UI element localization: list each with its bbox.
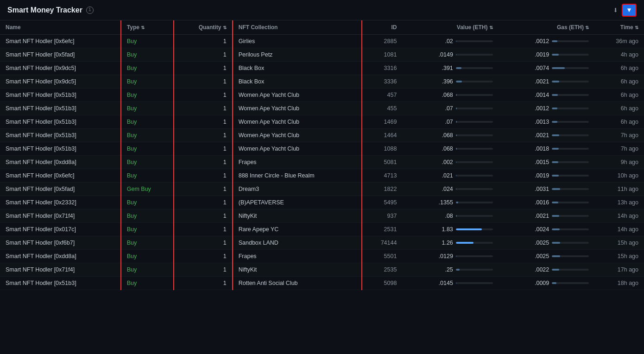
table-row: Smart NFT Hodler [0x9dc5] Buy 1 Black Bo… [0, 75, 644, 88]
cell-nft: Frapes [233, 250, 362, 263]
filter-button[interactable]: ▼ [622, 4, 637, 17]
cell-quantity: 1 [174, 35, 232, 48]
info-icon[interactable]: i [86, 6, 94, 14]
cell-time: 11h ago [594, 183, 644, 196]
table-row: Smart NFT Hodler [0x6efc] Buy 1 888 Inne… [0, 169, 644, 183]
cell-gas: .0021 [499, 209, 594, 223]
download-icon[interactable]: ⬇ [613, 5, 618, 15]
cell-type: Buy [121, 88, 174, 102]
table-row: Smart NFT Hodler [0x51b3] Buy 1 Women Ap… [0, 129, 644, 142]
cell-gas: .0013 [499, 115, 594, 129]
col-header-value[interactable]: Value (ETH) ⇅ [402, 20, 498, 35]
cell-id: 457 [362, 88, 403, 102]
table-row: Smart NFT Hodler [0x51b3] Buy 1 Women Ap… [0, 142, 644, 156]
cell-time: 6h ago [594, 88, 644, 102]
cell-name: Smart NFT Hodler [0xdd8a] [0, 156, 121, 169]
cell-quantity: 1 [174, 277, 232, 290]
cell-type: Buy [121, 115, 174, 129]
cell-time: 7h ago [594, 142, 644, 156]
cell-time: 7h ago [594, 129, 644, 142]
cell-gas: .0022 [499, 263, 594, 277]
cell-type: Buy [121, 62, 174, 75]
cell-time: 6h ago [594, 115, 644, 129]
table-container: Name Type ⇅ Quantity ⇅ NFT Collection ID [0, 20, 644, 354]
col-header-id[interactable]: ID [362, 20, 403, 35]
cell-nft: Frapes [233, 156, 362, 169]
cell-time: 14h ago [594, 223, 644, 236]
table-row: Smart NFT Hodler [0x017c] Buy 1 Rare Ape… [0, 223, 644, 236]
cell-nft: Dream3 [233, 183, 362, 196]
cell-nft: Women Ape Yacht Club [233, 115, 362, 129]
cell-type: Buy [121, 263, 174, 277]
cell-gas: .0016 [499, 196, 594, 209]
col-header-type[interactable]: Type ⇅ [121, 20, 174, 35]
cell-type: Buy [121, 156, 174, 169]
cell-type: Buy [121, 209, 174, 223]
cell-gas: .0021 [499, 75, 594, 88]
cell-name: Smart NFT Hodler [0x2332] [0, 196, 121, 209]
cell-quantity: 1 [174, 223, 232, 236]
cell-quantity: 1 [174, 75, 232, 88]
cell-type: Buy [121, 250, 174, 263]
cell-gas: .0074 [499, 62, 594, 75]
cell-name: Smart NFT Hodler [0x71f4] [0, 263, 121, 277]
cell-type: Buy [121, 277, 174, 290]
cell-value: .25 [402, 263, 498, 277]
cell-nft: NiftyKit [233, 263, 362, 277]
cell-value: 1.83 [402, 223, 498, 236]
cell-time: 14h ago [594, 209, 644, 223]
cell-id: 3316 [362, 62, 403, 75]
cell-nft: Women Ape Yacht Club [233, 142, 362, 156]
cell-time: 15h ago [594, 236, 644, 250]
cell-id: 5098 [362, 277, 403, 290]
sort-icon-value: ⇅ [489, 25, 493, 30]
header-left: Smart Money Tracker i [7, 6, 94, 14]
cell-value: 1.26 [402, 236, 498, 250]
col-header-quantity[interactable]: Quantity ⇅ [174, 20, 232, 35]
cell-quantity: 1 [174, 196, 232, 209]
cell-nft: Girlies [233, 35, 362, 48]
cell-quantity: 1 [174, 88, 232, 102]
cell-type: Gem Buy [121, 183, 174, 196]
sort-icon-gas: ⇅ [585, 25, 589, 30]
cell-gas: .0019 [499, 169, 594, 183]
cell-time: 13h ago [594, 196, 644, 209]
cell-nft: Perilous Petz [233, 48, 362, 62]
cell-time: 36m ago [594, 35, 644, 48]
cell-gas: .0015 [499, 156, 594, 169]
col-header-name[interactable]: Name [0, 20, 121, 35]
table-row: Smart NFT Hodler [0x51b3] Buy 1 Rotten A… [0, 277, 644, 290]
cell-id: 5495 [362, 196, 403, 209]
cell-gas: .0009 [499, 277, 594, 290]
cell-id: 74144 [362, 236, 403, 250]
cell-time: 6h ago [594, 75, 644, 88]
cell-name: Smart NFT Hodler [0x5fad] [0, 183, 121, 196]
cell-value: .068 [402, 129, 498, 142]
cell-name: Smart NFT Hodler [0x71f4] [0, 209, 121, 223]
cell-value: .07 [402, 115, 498, 129]
cell-value: .068 [402, 88, 498, 102]
cell-type: Buy [121, 223, 174, 236]
cell-quantity: 1 [174, 142, 232, 156]
cell-name: Smart NFT Hodler [0x51b3] [0, 129, 121, 142]
cell-name: Smart NFT Hodler [0x51b3] [0, 88, 121, 102]
col-header-gas[interactable]: Gas (ETH) ⇅ [499, 20, 594, 35]
cell-type: Buy [121, 75, 174, 88]
cell-nft: Women Ape Yacht Club [233, 102, 362, 115]
table-row: Smart NFT Hodler [0x51b3] Buy 1 Women Ap… [0, 102, 644, 115]
cell-gas: .0024 [499, 223, 594, 236]
cell-id: 455 [362, 102, 403, 115]
cell-id: 5501 [362, 250, 403, 263]
col-header-time[interactable]: Time ⇅ [594, 20, 644, 35]
cell-gas: .0012 [499, 35, 594, 48]
cell-quantity: 1 [174, 169, 232, 183]
cell-quantity: 1 [174, 102, 232, 115]
table-row: Smart NFT Hodler [0x5fad] Buy 1 Perilous… [0, 48, 644, 62]
table-row: Smart NFT Hodler [0x71f4] Buy 1 NiftyKit… [0, 263, 644, 277]
col-header-nft[interactable]: NFT Collection [233, 20, 362, 35]
cell-type: Buy [121, 129, 174, 142]
cell-name: Smart NFT Hodler [0x9dc5] [0, 75, 121, 88]
cell-value: .0145 [402, 277, 498, 290]
cell-nft: Black Box [233, 75, 362, 88]
cell-nft: Rotten Anti Social Club [233, 277, 362, 290]
